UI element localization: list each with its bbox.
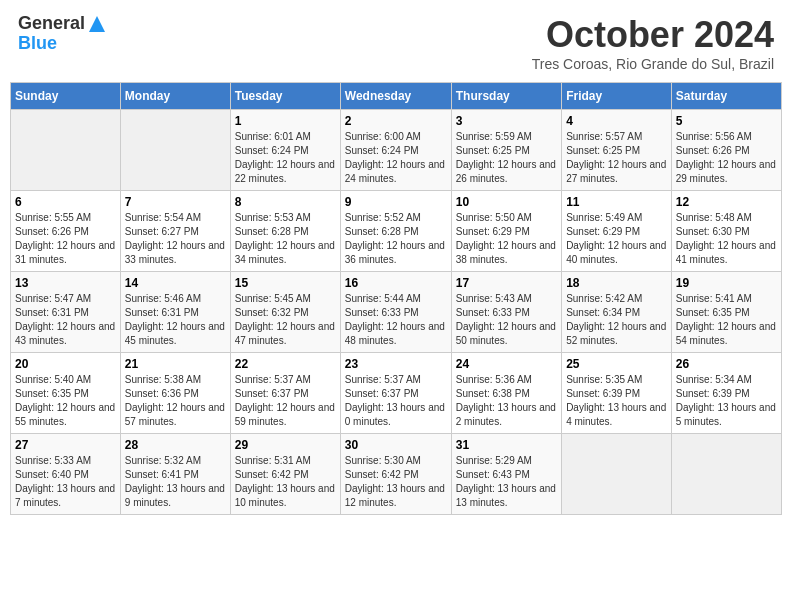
calendar-cell: 30Sunrise: 5:30 AMSunset: 6:42 PMDayligh…: [340, 434, 451, 515]
calendar-cell: 3Sunrise: 5:59 AMSunset: 6:25 PMDaylight…: [451, 110, 561, 191]
weekday-header-sunday: Sunday: [11, 83, 121, 110]
day-info: Sunrise: 5:33 AMSunset: 6:40 PMDaylight:…: [15, 454, 116, 510]
week-row-1: 1Sunrise: 6:01 AMSunset: 6:24 PMDaylight…: [11, 110, 782, 191]
calendar-table: SundayMondayTuesdayWednesdayThursdayFrid…: [10, 82, 782, 515]
logo-icon: [87, 14, 107, 34]
calendar-cell: 20Sunrise: 5:40 AMSunset: 6:35 PMDayligh…: [11, 353, 121, 434]
day-info: Sunrise: 5:35 AMSunset: 6:39 PMDaylight:…: [566, 373, 667, 429]
weekday-header-row: SundayMondayTuesdayWednesdayThursdayFrid…: [11, 83, 782, 110]
day-number: 31: [456, 438, 557, 452]
day-number: 24: [456, 357, 557, 371]
day-number: 9: [345, 195, 447, 209]
day-info: Sunrise: 5:56 AMSunset: 6:26 PMDaylight:…: [676, 130, 777, 186]
day-number: 6: [15, 195, 116, 209]
day-number: 2: [345, 114, 447, 128]
location: Tres Coroas, Rio Grande do Sul, Brazil: [532, 56, 774, 72]
calendar-cell: 23Sunrise: 5:37 AMSunset: 6:37 PMDayligh…: [340, 353, 451, 434]
calendar-cell: 25Sunrise: 5:35 AMSunset: 6:39 PMDayligh…: [562, 353, 672, 434]
calendar-cell: 9Sunrise: 5:52 AMSunset: 6:28 PMDaylight…: [340, 191, 451, 272]
day-number: 25: [566, 357, 667, 371]
weekday-header-saturday: Saturday: [671, 83, 781, 110]
calendar-cell: 15Sunrise: 5:45 AMSunset: 6:32 PMDayligh…: [230, 272, 340, 353]
day-info: Sunrise: 5:50 AMSunset: 6:29 PMDaylight:…: [456, 211, 557, 267]
calendar-cell: 22Sunrise: 5:37 AMSunset: 6:37 PMDayligh…: [230, 353, 340, 434]
day-info: Sunrise: 5:30 AMSunset: 6:42 PMDaylight:…: [345, 454, 447, 510]
weekday-header-friday: Friday: [562, 83, 672, 110]
week-row-5: 27Sunrise: 5:33 AMSunset: 6:40 PMDayligh…: [11, 434, 782, 515]
day-info: Sunrise: 5:45 AMSunset: 6:32 PMDaylight:…: [235, 292, 336, 348]
calendar-cell: 8Sunrise: 5:53 AMSunset: 6:28 PMDaylight…: [230, 191, 340, 272]
day-number: 10: [456, 195, 557, 209]
calendar-cell: 7Sunrise: 5:54 AMSunset: 6:27 PMDaylight…: [120, 191, 230, 272]
calendar-cell: 27Sunrise: 5:33 AMSunset: 6:40 PMDayligh…: [11, 434, 121, 515]
day-info: Sunrise: 5:48 AMSunset: 6:30 PMDaylight:…: [676, 211, 777, 267]
weekday-header-wednesday: Wednesday: [340, 83, 451, 110]
day-info: Sunrise: 5:36 AMSunset: 6:38 PMDaylight:…: [456, 373, 557, 429]
day-number: 17: [456, 276, 557, 290]
day-number: 14: [125, 276, 226, 290]
calendar-cell: 1Sunrise: 6:01 AMSunset: 6:24 PMDaylight…: [230, 110, 340, 191]
calendar-cell: [671, 434, 781, 515]
weekday-header-tuesday: Tuesday: [230, 83, 340, 110]
day-info: Sunrise: 5:40 AMSunset: 6:35 PMDaylight:…: [15, 373, 116, 429]
day-info: Sunrise: 5:41 AMSunset: 6:35 PMDaylight:…: [676, 292, 777, 348]
calendar-cell: 24Sunrise: 5:36 AMSunset: 6:38 PMDayligh…: [451, 353, 561, 434]
calendar-cell: 12Sunrise: 5:48 AMSunset: 6:30 PMDayligh…: [671, 191, 781, 272]
week-row-3: 13Sunrise: 5:47 AMSunset: 6:31 PMDayligh…: [11, 272, 782, 353]
day-number: 20: [15, 357, 116, 371]
calendar-cell: 31Sunrise: 5:29 AMSunset: 6:43 PMDayligh…: [451, 434, 561, 515]
weekday-header-monday: Monday: [120, 83, 230, 110]
day-info: Sunrise: 5:49 AMSunset: 6:29 PMDaylight:…: [566, 211, 667, 267]
day-number: 28: [125, 438, 226, 452]
day-info: Sunrise: 5:42 AMSunset: 6:34 PMDaylight:…: [566, 292, 667, 348]
calendar-cell: 4Sunrise: 5:57 AMSunset: 6:25 PMDaylight…: [562, 110, 672, 191]
title-area: October 2024 Tres Coroas, Rio Grande do …: [532, 14, 774, 72]
day-number: 8: [235, 195, 336, 209]
calendar-cell: 21Sunrise: 5:38 AMSunset: 6:36 PMDayligh…: [120, 353, 230, 434]
day-info: Sunrise: 6:00 AMSunset: 6:24 PMDaylight:…: [345, 130, 447, 186]
calendar-cell: 10Sunrise: 5:50 AMSunset: 6:29 PMDayligh…: [451, 191, 561, 272]
day-number: 3: [456, 114, 557, 128]
day-info: Sunrise: 5:57 AMSunset: 6:25 PMDaylight:…: [566, 130, 667, 186]
page-header: General Blue October 2024 Tres Coroas, R…: [10, 10, 782, 76]
calendar-cell: 28Sunrise: 5:32 AMSunset: 6:41 PMDayligh…: [120, 434, 230, 515]
day-number: 21: [125, 357, 226, 371]
logo: General Blue: [18, 14, 107, 54]
day-info: Sunrise: 5:31 AMSunset: 6:42 PMDaylight:…: [235, 454, 336, 510]
calendar-cell: 6Sunrise: 5:55 AMSunset: 6:26 PMDaylight…: [11, 191, 121, 272]
day-info: Sunrise: 5:32 AMSunset: 6:41 PMDaylight:…: [125, 454, 226, 510]
day-number: 7: [125, 195, 226, 209]
day-info: Sunrise: 5:52 AMSunset: 6:28 PMDaylight:…: [345, 211, 447, 267]
day-info: Sunrise: 5:47 AMSunset: 6:31 PMDaylight:…: [15, 292, 116, 348]
calendar-cell: 14Sunrise: 5:46 AMSunset: 6:31 PMDayligh…: [120, 272, 230, 353]
calendar-cell: 5Sunrise: 5:56 AMSunset: 6:26 PMDaylight…: [671, 110, 781, 191]
day-number: 27: [15, 438, 116, 452]
month-title: October 2024: [532, 14, 774, 56]
day-number: 12: [676, 195, 777, 209]
day-number: 5: [676, 114, 777, 128]
calendar-cell: [562, 434, 672, 515]
logo-blue: Blue: [18, 34, 107, 54]
day-info: Sunrise: 5:43 AMSunset: 6:33 PMDaylight:…: [456, 292, 557, 348]
day-number: 15: [235, 276, 336, 290]
day-info: Sunrise: 5:38 AMSunset: 6:36 PMDaylight:…: [125, 373, 226, 429]
day-info: Sunrise: 5:53 AMSunset: 6:28 PMDaylight:…: [235, 211, 336, 267]
day-info: Sunrise: 6:01 AMSunset: 6:24 PMDaylight:…: [235, 130, 336, 186]
day-info: Sunrise: 5:44 AMSunset: 6:33 PMDaylight:…: [345, 292, 447, 348]
svg-marker-0: [89, 16, 105, 32]
calendar-cell: 17Sunrise: 5:43 AMSunset: 6:33 PMDayligh…: [451, 272, 561, 353]
calendar-cell: 26Sunrise: 5:34 AMSunset: 6:39 PMDayligh…: [671, 353, 781, 434]
day-info: Sunrise: 5:46 AMSunset: 6:31 PMDaylight:…: [125, 292, 226, 348]
calendar-cell: 29Sunrise: 5:31 AMSunset: 6:42 PMDayligh…: [230, 434, 340, 515]
day-info: Sunrise: 5:37 AMSunset: 6:37 PMDaylight:…: [235, 373, 336, 429]
week-row-4: 20Sunrise: 5:40 AMSunset: 6:35 PMDayligh…: [11, 353, 782, 434]
day-info: Sunrise: 5:59 AMSunset: 6:25 PMDaylight:…: [456, 130, 557, 186]
calendar-cell: [11, 110, 121, 191]
day-number: 26: [676, 357, 777, 371]
day-number: 13: [15, 276, 116, 290]
calendar-cell: [120, 110, 230, 191]
day-number: 11: [566, 195, 667, 209]
day-number: 18: [566, 276, 667, 290]
day-number: 1: [235, 114, 336, 128]
calendar-cell: 19Sunrise: 5:41 AMSunset: 6:35 PMDayligh…: [671, 272, 781, 353]
